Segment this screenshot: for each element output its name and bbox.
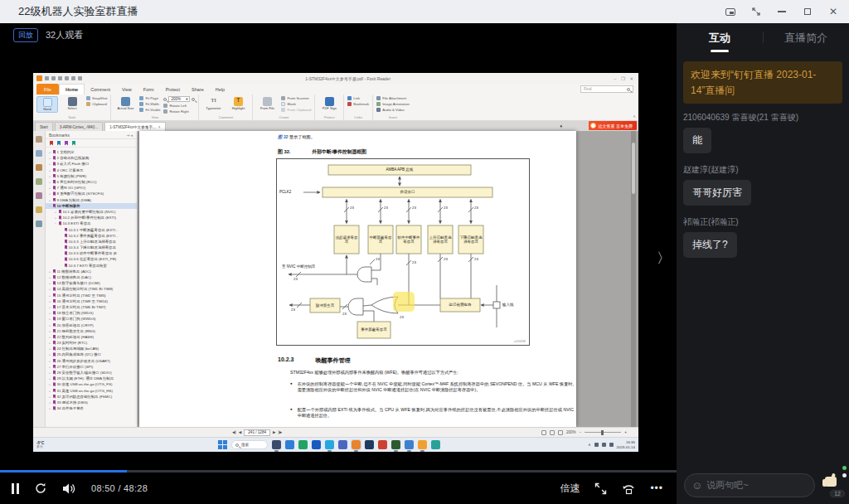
chat-text-field[interactable] bbox=[706, 480, 798, 490]
settings-taskbar-icon[interactable] bbox=[338, 440, 347, 449]
find-box[interactable]: Find bbox=[580, 85, 633, 93]
bookmark-item[interactable]: 10.3.6 挂起寄存器 (EXTI_PR) bbox=[46, 256, 137, 262]
bookmark-item[interactable]: 5 电源控制 (PWR) bbox=[46, 173, 137, 179]
dev-tool-taskbar-icon[interactable] bbox=[365, 440, 374, 449]
bookmark-item[interactable]: 21 随机数发生器 (RNG) bbox=[46, 328, 137, 334]
ribbon-tab[interactable]: Comment bbox=[85, 84, 116, 94]
select-tool-button[interactable]: Select bbox=[61, 96, 83, 111]
emoji-icon[interactable]: ☺ bbox=[691, 479, 702, 492]
capture-app-taskbar-icon[interactable] bbox=[391, 440, 400, 449]
hand-tool-button[interactable]: Hand bbox=[36, 96, 58, 113]
minimize-button[interactable] bbox=[776, 6, 788, 17]
panel-options-icon[interactable]: ⇥◂ bbox=[126, 133, 133, 138]
playback-speed-button[interactable]: 倍速 bbox=[560, 482, 580, 496]
chat-input[interactable]: ☺ bbox=[684, 473, 815, 497]
bookmark-item[interactable]: 10.2 外部中断/事件控制器 (EXTI) bbox=[46, 215, 137, 220]
sidebar-tab[interactable]: 互动 bbox=[677, 24, 763, 52]
zoom-slider[interactable] bbox=[585, 432, 621, 433]
collapse-ribbon-icon[interactable]: ∧ bbox=[633, 114, 636, 119]
document-tab[interactable]: 1-STM32F4xx中文参考手...× bbox=[104, 122, 165, 131]
video-player[interactable]: 回放 32人观看 1-STM32F4xx中文参考手册.pdf - Foxit R… bbox=[0, 23, 677, 504]
from-clipboard-button[interactable]: From Clipboard bbox=[281, 108, 311, 112]
start-button[interactable] bbox=[218, 440, 227, 449]
blank-button[interactable]: Blank bbox=[281, 102, 311, 106]
rotate-right-button[interactable]: Rotate Right bbox=[163, 109, 195, 114]
ribbon-tab[interactable]: Share bbox=[186, 84, 210, 94]
zoom-in-button[interactable]: + bbox=[624, 430, 627, 434]
ribbon-tab[interactable]: Home bbox=[59, 84, 85, 94]
rotate-left-button[interactable]: Rotate Left bbox=[163, 104, 195, 108]
bookmark-item[interactable]: 29 以太网 (ETH): 通过 DMA 控制器 bbox=[46, 376, 137, 381]
ribbon-tab[interactable]: View bbox=[116, 84, 138, 94]
bookmark-item[interactable]: 31 高速 USB on-the-go (OTG_HS) bbox=[46, 388, 137, 394]
bookmark-item[interactable]: 13 数字摄像头接口 (DCMI) bbox=[46, 280, 137, 286]
bookmark-item[interactable]: 20 加密处理器 (CRYP) bbox=[46, 322, 137, 327]
system-tray[interactable]: ∧ 16:36 2023-01-14 bbox=[588, 440, 635, 449]
navigation-panel-strip[interactable] bbox=[33, 131, 46, 427]
adobe-app-taskbar-icon[interactable] bbox=[378, 440, 387, 449]
ribbon-tab[interactable]: Form bbox=[138, 84, 160, 94]
pdf-sign-button[interactable]: PDF Sign bbox=[318, 96, 340, 111]
scrollbar[interactable] bbox=[631, 131, 636, 427]
next-page-icon[interactable]: ▶ bbox=[273, 430, 276, 434]
ribbon-tab[interactable]: File bbox=[36, 84, 59, 94]
bookmark-item[interactable]: 14 高级控制定时器 (TIM1 和 TIM8) bbox=[46, 286, 137, 292]
bookmark-item[interactable]: 10.3.4 下降沿触发选择寄存器 bbox=[46, 245, 137, 250]
bookmark-item[interactable]: 3 嵌入式 Flash 接口 bbox=[46, 161, 137, 167]
ribbon-tab[interactable]: Help bbox=[210, 84, 230, 94]
ribbon-tab[interactable]: Protect bbox=[160, 84, 186, 94]
bookmark-item[interactable]: 6 复位和时钟控制 (RCC) bbox=[46, 179, 137, 185]
bookmark-item[interactable]: 27 串行外设接口 (SPI) bbox=[46, 364, 137, 370]
continuous-view-icon[interactable] bbox=[550, 430, 555, 435]
from-file-button[interactable]: From File bbox=[256, 96, 278, 111]
bookmark-item[interactable]: 25 内部集成电路 (I2C) 接口 bbox=[46, 351, 137, 357]
dropdown-caret-icon[interactable]: ▾ bbox=[560, 124, 562, 128]
first-page-icon[interactable]: ◀| bbox=[232, 430, 236, 434]
close-button[interactable]: ✕ bbox=[827, 6, 839, 17]
collapse-sidebar-icon[interactable]: 〉 bbox=[657, 249, 671, 268]
quick-access-toolbar[interactable] bbox=[36, 75, 82, 81]
bookmark-item[interactable]: 16 通用定时器 (TIM9 至 TIM14) bbox=[46, 298, 137, 304]
bookmark-button[interactable]: Bookmark bbox=[347, 102, 369, 106]
pdf-window-buttons[interactable]: – ❐ ✕ bbox=[614, 76, 635, 81]
document-tab[interactable]: 3-ARM-Cortex_-M4(I...× bbox=[55, 122, 103, 131]
single-page-view-icon[interactable] bbox=[541, 430, 546, 435]
pause-button[interactable] bbox=[12, 483, 19, 494]
fit-page-button[interactable]: Fit Page bbox=[139, 96, 160, 100]
bookmark-item[interactable]: 4 CRC 计算单元 bbox=[46, 167, 137, 173]
document-tab[interactable]: Start× bbox=[35, 122, 53, 131]
bookmark-item[interactable]: 10.3.1 中断屏蔽寄存器 (EXTI... bbox=[46, 226, 137, 232]
snapshot-button[interactable]: SnapShot bbox=[86, 96, 107, 100]
facing-view-icon[interactable] bbox=[558, 430, 563, 435]
page-number-box[interactable]: 241 / 1284 bbox=[244, 429, 270, 436]
office-app-taskbar-icon[interactable] bbox=[312, 440, 321, 449]
typewriter-button[interactable]: TITypewriter bbox=[202, 96, 224, 111]
bookmark-item[interactable]: 30 全速 USB on-the-go (OTG_FS) bbox=[46, 381, 137, 387]
taskbar-search[interactable]: 搜索 bbox=[231, 440, 268, 449]
bookmark-item[interactable]: 26 通用同步异步收发器 (USART) bbox=[46, 358, 137, 364]
bookmark-item[interactable]: 18 独立看门狗 (IWDG) bbox=[46, 310, 137, 316]
actual-size-button[interactable]: Actual Size bbox=[114, 96, 136, 111]
zoom-in-icon[interactable] bbox=[192, 98, 195, 101]
zoom-select[interactable]: 200%▾ bbox=[168, 96, 190, 102]
bookmark-item[interactable]: 19 窗口看门狗 (WWDG) bbox=[46, 316, 137, 322]
fullscreen-icon[interactable] bbox=[594, 482, 607, 495]
sidebar-tab[interactable]: 直播简介 bbox=[763, 24, 849, 52]
bookmark-item[interactable]: 2 存储器和总线架构 bbox=[46, 155, 137, 161]
image-annotation-button[interactable]: Image Annotation bbox=[376, 102, 410, 106]
replay-icon[interactable] bbox=[34, 482, 47, 495]
bookmark-item[interactable]: 32 灵活的静态存储控制器 (FSMC) bbox=[46, 394, 137, 400]
bookmarks-toolbar[interactable] bbox=[46, 139, 137, 148]
browser-taskbar-icon[interactable] bbox=[285, 440, 294, 449]
mini-player-icon[interactable] bbox=[725, 6, 736, 17]
bookmark-item[interactable]: 10 中断和事件 bbox=[46, 203, 137, 209]
prev-page-icon[interactable]: ◀ bbox=[239, 430, 242, 434]
zoom-out-icon[interactable] bbox=[163, 98, 167, 101]
bookmark-item[interactable]: 9 DMA 控制器 (DMA) bbox=[46, 197, 137, 203]
search-icon[interactable] bbox=[627, 88, 630, 91]
bookmark-item[interactable]: 22 散列处理器 (HASH) bbox=[46, 334, 137, 340]
rotate-screen-icon[interactable] bbox=[622, 482, 635, 495]
edge-browser-taskbar-icon[interactable] bbox=[405, 440, 414, 449]
audio-video-button[interactable]: Audio & Video bbox=[376, 108, 410, 112]
bookmark-item[interactable]: 17 基本定时器 (TIM6 和 TIM7) bbox=[46, 304, 137, 310]
